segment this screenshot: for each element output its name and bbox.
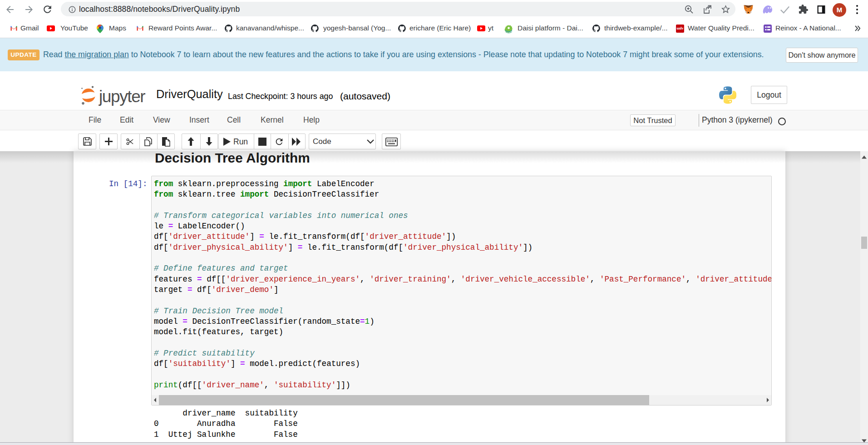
- svg-text:jupyter: jupyter: [99, 87, 145, 106]
